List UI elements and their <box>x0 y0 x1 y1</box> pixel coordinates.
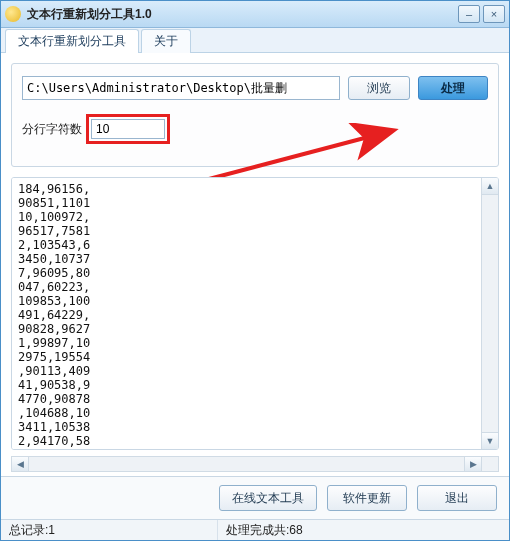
bottom-button-bar: 在线文本工具 软件更新 退出 <box>1 476 509 519</box>
output-panel: 184,96156, 90851,1101 10,100972, 96517,7… <box>11 177 499 450</box>
minimize-button[interactable]: – <box>458 5 480 23</box>
exit-button[interactable]: 退出 <box>417 485 497 511</box>
input-panel: 浏览 处理 分行字符数 <box>11 63 499 167</box>
horizontal-scroll-row: ◀ ▶ <box>11 456 499 472</box>
tab-about[interactable]: 关于 <box>141 29 191 53</box>
app-window: 文本行重新划分工具1.0 – × 文本行重新划分工具 关于 浏览 处理 分行字符… <box>0 0 510 541</box>
window-title: 文本行重新划分工具1.0 <box>27 6 458 23</box>
vertical-scrollbar[interactable]: ▲ ▼ <box>481 178 498 449</box>
scroll-up-icon[interactable]: ▲ <box>482 178 498 195</box>
tab-main[interactable]: 文本行重新划分工具 <box>5 29 139 53</box>
app-icon <box>5 6 21 22</box>
content-area: 浏览 处理 分行字符数 184,96156, 90851,1101 10,100… <box>1 53 509 519</box>
highlight-box <box>86 114 170 144</box>
status-done-value: 68 <box>289 523 302 537</box>
chars-per-line-input[interactable] <box>91 119 165 139</box>
status-records-label: 总记录: <box>9 522 48 539</box>
horizontal-scrollbar[interactable]: ◀ ▶ <box>11 456 482 472</box>
scroll-right-icon[interactable]: ▶ <box>464 457 481 471</box>
online-tools-button[interactable]: 在线文本工具 <box>219 485 317 511</box>
status-records: 总记录:1 <box>1 520 218 540</box>
window-controls: – × <box>458 5 505 23</box>
status-done-label: 处理完成共: <box>226 522 289 539</box>
status-bar: 总记录:1 处理完成共:68 <box>1 519 509 540</box>
chars-per-line-label: 分行字符数 <box>22 121 82 138</box>
file-path-input[interactable] <box>22 76 340 100</box>
browse-button[interactable]: 浏览 <box>348 76 410 100</box>
scroll-down-icon[interactable]: ▼ <box>482 432 498 449</box>
scrollbar-corner <box>482 456 499 472</box>
status-records-value: 1 <box>48 523 55 537</box>
software-update-button[interactable]: 软件更新 <box>327 485 407 511</box>
process-button[interactable]: 处理 <box>418 76 488 100</box>
scroll-left-icon[interactable]: ◀ <box>12 457 29 471</box>
titlebar: 文本行重新划分工具1.0 – × <box>1 1 509 28</box>
status-done: 处理完成共:68 <box>218 520 311 540</box>
tabs: 文本行重新划分工具 关于 <box>1 28 509 53</box>
close-button[interactable]: × <box>483 5 505 23</box>
output-textarea[interactable]: 184,96156, 90851,1101 10,100972, 96517,7… <box>12 178 481 449</box>
